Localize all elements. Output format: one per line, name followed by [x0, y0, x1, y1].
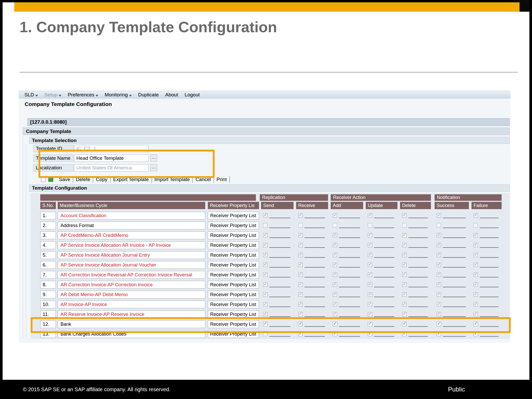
checkbox-receive[interactable]: [298, 233, 303, 237]
checkbox-delete[interactable]: [402, 253, 407, 257]
checkbox-delete[interactable]: [402, 332, 407, 336]
checkbox-failure[interactable]: [474, 332, 478, 336]
row-name[interactable]: AR Invoice-AP Invoice: [58, 301, 205, 308]
checkbox-delete[interactable]: [402, 282, 407, 287]
checkbox-receive[interactable]: [298, 332, 303, 336]
browse-button-template-name[interactable]: ...: [150, 155, 157, 162]
checkbox-failure[interactable]: [474, 322, 478, 326]
checkbox-send[interactable]: [263, 302, 268, 307]
checkbox-send[interactable]: [263, 272, 268, 277]
row-name[interactable]: AP Service Invoice Allocation Journal Vo…: [58, 261, 205, 269]
checkbox-update[interactable]: [368, 292, 372, 297]
checkbox-failure[interactable]: [474, 272, 478, 277]
checkbox-add[interactable]: [333, 272, 337, 277]
checkbox-update[interactable]: [368, 233, 372, 237]
checkbox-success[interactable]: [437, 292, 441, 297]
toolbar-button-copy[interactable]: Copy: [93, 176, 110, 183]
checkbox-receive[interactable]: [298, 263, 303, 267]
checkbox-add[interactable]: [333, 253, 337, 257]
row-name[interactable]: AP Service Invoice Allocation AR Invoice…: [58, 241, 205, 249]
checkbox-add[interactable]: [333, 332, 337, 336]
checkbox-delete[interactable]: [402, 233, 407, 237]
receiver-property-list-button[interactable]: Receiver Property List: [208, 241, 259, 249]
checkbox-delete[interactable]: [402, 263, 407, 267]
checkbox-success[interactable]: [437, 332, 441, 336]
checkbox-receive[interactable]: [298, 312, 303, 316]
toolbar-button-import-template[interactable]: Import Template: [152, 176, 193, 183]
receiver-property-list-button[interactable]: Receiver Property List: [208, 231, 259, 239]
receiver-property-list-button[interactable]: Receiver Property List: [208, 222, 259, 229]
checkbox-receive[interactable]: [298, 243, 303, 247]
checkbox-failure[interactable]: [474, 292, 478, 297]
checkbox-delete[interactable]: [402, 272, 407, 277]
receiver-property-list-button[interactable]: Receiver Property List: [208, 212, 259, 220]
checkbox-update[interactable]: [368, 263, 372, 267]
row-name[interactable]: AR Debit Memo-AP Debit Memo: [58, 291, 205, 298]
checkbox-success[interactable]: [437, 282, 441, 287]
menu-item-about[interactable]: About: [165, 92, 178, 98]
checkbox-add[interactable]: [333, 233, 337, 237]
checkbox-delete[interactable]: [402, 312, 407, 316]
checkbox-receive[interactable]: [298, 322, 303, 326]
checkbox-success[interactable]: [437, 253, 441, 257]
checkbox-update[interactable]: [368, 322, 372, 326]
checkbox-add[interactable]: [333, 322, 337, 326]
checkbox-receive[interactable]: [298, 213, 303, 218]
checkbox-update[interactable]: [368, 302, 372, 307]
receiver-property-list-button[interactable]: Receiver Property List: [208, 271, 259, 279]
field-input-localization[interactable]: United States Of America: [74, 164, 149, 171]
checkbox-send[interactable]: [263, 282, 268, 287]
checkbox-send[interactable]: [263, 263, 268, 267]
checkbox-failure[interactable]: [474, 233, 478, 237]
checkbox-add[interactable]: [333, 243, 337, 247]
toolbar-button-delete[interactable]: Delete: [73, 176, 93, 183]
checkbox-send[interactable]: [263, 243, 268, 247]
menu-item-monitoring[interactable]: Monitoring: [105, 92, 132, 98]
checkbox-send[interactable]: [263, 253, 268, 257]
row-name[interactable]: AR Correction Invoice-AP Correction Invo…: [58, 281, 205, 289]
checkbox-add[interactable]: [333, 312, 337, 316]
toolbar-button-save[interactable]: Save: [56, 176, 73, 183]
checkbox-receive[interactable]: [298, 272, 303, 277]
row-name[interactable]: Bank Charges Allocation Codes: [58, 330, 205, 338]
menu-item-preferences[interactable]: Preferences: [68, 92, 98, 98]
receiver-property-list-button[interactable]: Receiver Property List: [208, 301, 259, 308]
checkbox-add[interactable]: [333, 213, 337, 218]
checkbox-failure[interactable]: [474, 243, 478, 247]
checkbox-update[interactable]: [368, 243, 372, 247]
field-input-template-id[interactable]: IC_CT_1: [74, 145, 149, 152]
checkbox-delete[interactable]: [402, 302, 407, 307]
checkbox-send[interactable]: [263, 322, 268, 326]
checkbox-send[interactable]: [263, 312, 268, 316]
checkbox-add[interactable]: [333, 282, 337, 287]
checkbox-failure[interactable]: [474, 213, 478, 218]
checkbox-send[interactable]: [263, 213, 268, 218]
row-name[interactable]: AR Correction Invoice Reversal-AP Correc…: [58, 271, 205, 279]
checkbox-update[interactable]: [368, 272, 372, 277]
checkbox-delete[interactable]: [402, 213, 407, 218]
checkbox-update[interactable]: [368, 223, 372, 228]
menu-item-setup[interactable]: Setup: [44, 92, 61, 98]
checkbox-success[interactable]: [437, 223, 441, 228]
checkbox-update[interactable]: [368, 253, 372, 257]
checkbox-failure[interactable]: [474, 302, 478, 307]
checkbox-update[interactable]: [368, 282, 372, 287]
checkbox-success[interactable]: [437, 272, 441, 277]
checkbox-success[interactable]: [437, 322, 441, 326]
checkbox-success[interactable]: [437, 233, 441, 237]
receiver-property-list-button[interactable]: Receiver Property List: [208, 281, 259, 289]
checkbox-delete[interactable]: [402, 243, 407, 247]
menu-item-logout[interactable]: Logout: [185, 92, 200, 98]
row-name[interactable]: AP Service Invoice Allocation Journal En…: [58, 251, 205, 259]
row-name[interactable]: Account Classification: [58, 212, 205, 220]
row-name[interactable]: Address Format: [58, 222, 205, 229]
row-name[interactable]: AP CreditMemo-AR CreditMemo: [58, 231, 205, 239]
checkbox-add[interactable]: [333, 292, 337, 297]
row-name[interactable]: Bank: [58, 320, 205, 328]
checkbox-send[interactable]: [263, 332, 268, 336]
checkbox-receive[interactable]: [298, 253, 303, 257]
toolbar-button-export-template[interactable]: Export Template: [111, 176, 152, 183]
checkbox-receive[interactable]: [298, 302, 303, 307]
checkbox-delete[interactable]: [402, 322, 407, 326]
row-name[interactable]: AR Reserve Invoice-AP Reserve Invoice: [58, 310, 205, 318]
